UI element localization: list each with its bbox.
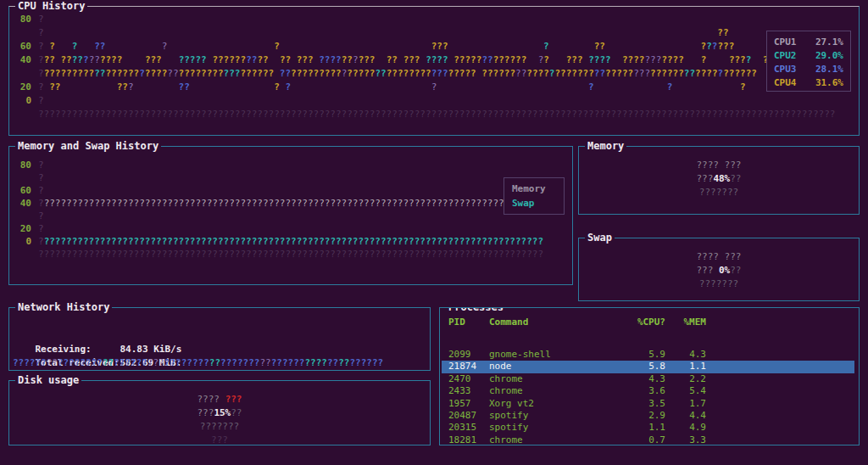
chart-row: ????????????????????????????????????????… — [13, 108, 835, 121]
processes-title: Processes — [446, 307, 506, 313]
donut-row: ??? — [9, 434, 430, 447]
process-command: Xorg vt2 — [489, 398, 625, 410]
swap-donut: ???? ?????? 0%????????? — [579, 250, 859, 291]
axis-label: 60 — [13, 40, 31, 53]
process-row[interactable]: 2099gnome-shell5.94.3 — [442, 349, 854, 361]
memory-swap-legend: MemorySwap — [504, 177, 565, 215]
axis-label: 0 — [13, 235, 31, 249]
donut-row: ??????? — [9, 420, 430, 434]
donut-row: ??? 0%?? — [579, 264, 859, 277]
chart-row: 20? — [13, 222, 44, 236]
axis-label: 20 — [13, 81, 31, 94]
panel-swap-gauge: Swap ???? ?????? 0%????????? — [578, 238, 860, 301]
process-cpu: 2.9 — [625, 410, 665, 422]
chart-row: ????????????????????????????????????????… — [13, 67, 757, 81]
network-history-title: Network History — [15, 301, 112, 313]
process-table-header: PID Command %CPU? %MEM — [442, 317, 854, 328]
header-mem[interactable]: %MEM — [665, 317, 706, 328]
chart-row: ????????????????????????????????????????… — [13, 248, 543, 261]
chart-row: ? ?? — [13, 26, 729, 40]
process-command: node — [489, 361, 625, 373]
panel-disk-usage: Disk usage ???? ??????15%???????????? — [8, 380, 431, 445]
axis-label: 80 — [13, 159, 31, 172]
process-table-body: 2099gnome-shell5.94.321874node5.81.12470… — [442, 349, 854, 445]
cpu-legend-row: CPU127.1% — [774, 36, 843, 49]
chart-row: 60? ? ? ?? ? ? ??? ? ?? ?????? — [13, 40, 734, 53]
chart-row: 80? — [13, 159, 44, 172]
cpu-legend-value: 31.6% — [815, 76, 843, 90]
panel-processes: Processes PID Command %CPU? %MEM 2099gno… — [439, 307, 860, 445]
process-cpu: 3.5 — [625, 398, 665, 410]
process-mem: 2.2 — [665, 373, 706, 385]
memswap-legend-item: Memory — [512, 182, 564, 196]
process-row[interactable]: 20315spotify1.14.9 — [442, 422, 854, 434]
system-monitor-terminal: { "colors":{ "background":"#2e0c31","pan… — [0, 0, 868, 465]
process-pid: 20487 — [448, 410, 489, 422]
chart-row: 0? — [13, 94, 44, 108]
process-pid: 2099 — [448, 349, 489, 361]
process-mem: 1.7 — [665, 398, 706, 410]
axis-label: 20 — [13, 222, 31, 236]
process-pid: 2470 — [448, 373, 489, 385]
memory-gauge-title: Memory — [585, 140, 626, 152]
donut-row: ???48%?? — [579, 172, 859, 186]
process-row[interactable]: 1957Xorg vt23.51.7 — [442, 398, 854, 410]
panel-cpu-history: CPU History 80?? ??60? ? ? ?? ? ? — [8, 6, 860, 136]
panel-memory-swap-history: Memory and Swap History 80??60?40???????… — [8, 146, 573, 285]
process-cpu: 0.7 — [625, 434, 665, 445]
chart-row: 60? — [13, 184, 44, 198]
process-mem: 4.3 — [665, 349, 706, 361]
chart-row: 80? — [13, 13, 44, 26]
process-pid: 20315 — [448, 422, 489, 434]
cpu-legend-value: 29.0% — [815, 49, 843, 63]
process-row[interactable]: 18281chrome0.73.3 — [442, 434, 854, 445]
cpu-legend-name: CPU4 — [774, 76, 797, 90]
process-row[interactable]: 2433chrome3.65.4 — [442, 385, 854, 397]
donut-row: ??????? — [579, 277, 859, 291]
process-mem: 5.4 — [665, 385, 706, 397]
process-cpu: 1.1 — [625, 422, 665, 434]
process-pid: 1957 — [448, 398, 489, 410]
header-pid[interactable]: PID — [448, 317, 489, 328]
process-mem: 1.1 — [665, 361, 706, 373]
axis-label: 40 — [13, 197, 31, 210]
axis-label: 40 — [13, 53, 31, 67]
panel-network-history: Network History Receiving:84.83 KiB/s To… — [8, 307, 431, 371]
swap-gauge-title: Swap — [585, 232, 615, 244]
process-command: chrome — [489, 434, 625, 445]
process-row[interactable]: 2470chrome4.32.2 — [442, 373, 854, 385]
donut-row: ???15%?? — [9, 406, 430, 420]
chart-row: ????????????????????????????????????????… — [13, 356, 383, 370]
chart-row: 20? ?? ??? ?? ? ? ? ? ? ? — [13, 81, 746, 94]
process-row-selected[interactable]: 21874node5.81.1 — [442, 361, 854, 373]
process-command: chrome — [489, 373, 625, 385]
process-cpu: 4.3 — [625, 373, 665, 385]
donut-row: ???? ??? — [579, 159, 859, 172]
memswap-legend-item: Swap — [512, 196, 564, 210]
cpu-legend-name: CPU2 — [774, 49, 797, 63]
process-command: chrome — [489, 385, 625, 397]
memory-donut: ???? ??????48%????????? — [579, 159, 859, 199]
cpu-legend-value: 27.1% — [815, 36, 843, 49]
cpu-history-title: CPU History — [15, 0, 87, 12]
cpu-legend-value: 28.1% — [815, 63, 843, 76]
axis-label: 60 — [13, 184, 31, 198]
header-command[interactable]: Command — [489, 317, 625, 328]
process-cpu: 5.8 — [625, 361, 665, 373]
chart-row: 40??? ??????????? ??? ????? ?????????? ?… — [13, 53, 774, 67]
cpu-legend-row: CPU229.0% — [774, 49, 843, 63]
cpu-legend-row: CPU431.6% — [774, 76, 843, 90]
panel-memory-gauge: Memory ???? ??????48%????????? — [578, 146, 860, 215]
chart-row: 40??????????????????????????????????????… — [13, 197, 504, 210]
cpu-legend-name: CPU1 — [774, 36, 797, 49]
donut-row: ???? ??? — [579, 250, 859, 264]
chart-row: 0???????????????????????????????????????… — [13, 235, 543, 249]
process-row[interactable]: 20487spotify2.94.4 — [442, 410, 854, 422]
header-cpu[interactable]: %CPU? — [625, 317, 665, 328]
process-mem: 3.3 — [665, 434, 706, 445]
process-command: gnome-shell — [489, 349, 625, 361]
chart-row: ? — [13, 210, 44, 223]
process-command: spotify — [489, 422, 625, 434]
donut-row: ??????? — [579, 186, 859, 199]
chart-row: ? — [13, 171, 44, 185]
